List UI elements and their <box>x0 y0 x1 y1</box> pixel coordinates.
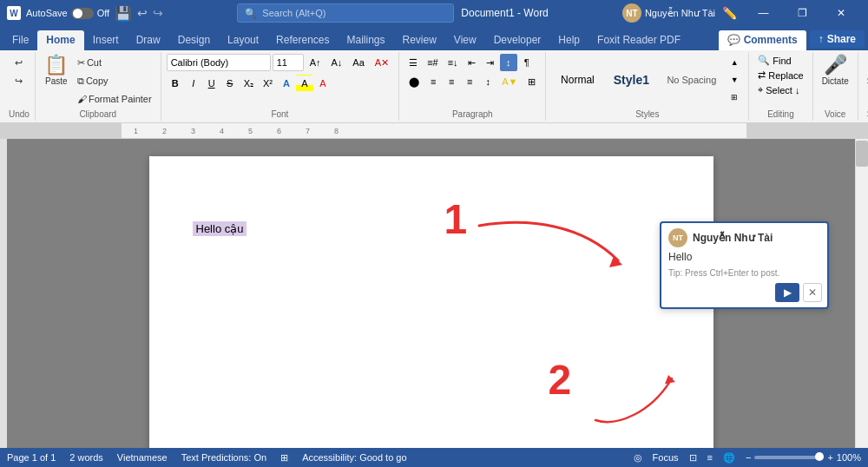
zoom-control: − + 100% <box>746 452 861 463</box>
cut-button[interactable]: ✂ Cut <box>74 54 155 71</box>
title-search-box[interactable]: 🔍 Search (Alt+Q) <box>237 3 454 23</box>
paste-button[interactable]: 📋 Paste <box>41 54 72 88</box>
underline-button[interactable]: U <box>203 75 220 92</box>
style-no-spacing[interactable]: No Spacing <box>659 70 724 89</box>
show-marks-button[interactable]: ¶ <box>518 54 536 71</box>
sort-button[interactable]: ↕ <box>500 54 517 71</box>
zoom-in-icon[interactable]: + <box>827 452 832 463</box>
comment-input-area <box>661 251 827 266</box>
decrease-indent-button[interactable]: ⇤ <box>464 54 481 71</box>
bold-button[interactable]: B <box>167 75 184 92</box>
copy-button[interactable]: ⧉ Copy <box>74 72 155 89</box>
change-case-button[interactable]: Aa <box>348 54 368 71</box>
ribbon-group-font: A↑ A↓ Aa A✕ B I U S X₂ X² A A A Font <box>161 52 400 121</box>
user-section: NT Nguyễn Như Tài <box>622 3 715 23</box>
clear-format-button[interactable]: A✕ <box>371 54 393 71</box>
pen-icon[interactable]: ✏️ <box>722 6 737 20</box>
tab-file[interactable]: File <box>3 30 37 50</box>
ruler-left-margin <box>0 123 122 138</box>
arrow-2-svg <box>575 356 713 443</box>
view-reader-icon[interactable]: ≡ <box>707 452 713 463</box>
comment-input[interactable] <box>668 251 820 263</box>
bullets-button[interactable]: ☰ <box>404 54 422 71</box>
font-color-button[interactable]: A <box>314 75 332 92</box>
styles-scroll-up[interactable]: ▲ <box>726 54 743 71</box>
redo-title-icon[interactable]: ↪ <box>153 6 163 20</box>
decrease-font-button[interactable]: A↓ <box>327 54 347 71</box>
styles-scroll-down[interactable]: ▼ <box>726 71 743 89</box>
document-page[interactable]: Hello cậu 1 2 <box>149 156 713 448</box>
strikethrough-button[interactable]: S <box>221 75 239 92</box>
scrollbar-thumb[interactable] <box>856 141 868 167</box>
superscript-button[interactable]: X² <box>259 75 277 92</box>
share-button[interactable]: ↑ Share <box>810 30 865 48</box>
language[interactable]: Vietnamese <box>117 452 168 463</box>
tab-developer[interactable]: Developer <box>485 30 550 50</box>
numbering-button[interactable]: ≡# <box>423 54 443 71</box>
format-painter-button[interactable]: 🖌 Format Painter <box>74 90 155 108</box>
find-button[interactable]: 🔍 Find <box>754 54 806 67</box>
tab-mailings[interactable]: Mailings <box>338 30 393 50</box>
undo-button[interactable]: ↩ <box>11 54 26 71</box>
borders-button[interactable]: ⊞ <box>523 73 540 90</box>
tab-foxit[interactable]: Foxit Reader PDF <box>589 30 689 50</box>
multilevel-list-button[interactable]: ≡↓ <box>444 54 463 71</box>
microphone-icon: 🎤 <box>824 56 847 75</box>
comment-close-button[interactable]: ✕ <box>803 283 822 302</box>
dictate-button[interactable]: 🎤 Dictate <box>819 54 852 88</box>
minimize-button[interactable]: — <box>744 0 783 26</box>
subscript-button[interactable]: X₂ <box>240 75 258 92</box>
zoom-out-icon[interactable]: − <box>746 452 751 463</box>
style-normal[interactable]: Normal <box>551 69 603 90</box>
sensitivity-button[interactable]: 🔒 Sensitivity <box>864 54 868 88</box>
zoom-slider[interactable] <box>754 456 824 459</box>
line-spacing-button[interactable]: ↕ <box>479 73 496 90</box>
tab-draw[interactable]: Draw <box>128 30 169 50</box>
align-left-button[interactable]: ⬤ <box>404 73 424 90</box>
ruler: 1 2 3 4 5 6 7 8 <box>0 123 868 139</box>
align-right-button[interactable]: ≡ <box>443 73 460 90</box>
view-web-icon[interactable]: 🌐 <box>723 452 735 464</box>
focus-label[interactable]: Focus <box>653 452 679 463</box>
tab-home[interactable]: Home <box>37 30 83 50</box>
document-area[interactable]: Hello cậu 1 2 <box>7 139 855 448</box>
text-highlight-button[interactable]: A <box>296 75 313 92</box>
text-effects-button[interactable]: A <box>278 75 295 92</box>
tab-layout[interactable]: Layout <box>219 30 267 50</box>
font-size-input[interactable] <box>273 54 304 71</box>
autosave-toggle[interactable] <box>71 8 94 19</box>
autosave-state: Off <box>97 8 109 18</box>
save-icon[interactable]: 💾 <box>115 5 132 22</box>
justify-button[interactable]: ≡ <box>461 73 478 90</box>
font-name-input[interactable] <box>167 54 271 71</box>
select-button[interactable]: ⌖ Select ↓ <box>754 83 806 96</box>
accessibility-status[interactable]: Accessibility: Good to go <box>302 452 406 463</box>
tab-design[interactable]: Design <box>169 30 219 50</box>
comments-button[interactable]: 💬 Comments <box>719 30 806 50</box>
replace-button[interactable]: ⇄ Replace <box>754 69 806 82</box>
tab-view[interactable]: View <box>445 30 485 50</box>
comment-send-button[interactable]: ▶ <box>775 283 799 302</box>
increase-font-button[interactable]: A↑ <box>306 54 326 71</box>
font-selector-row: A↑ A↓ Aa A✕ <box>167 54 394 71</box>
close-button[interactable]: ✕ <box>822 0 861 26</box>
tab-insert[interactable]: Insert <box>84 30 128 50</box>
undo-title-icon[interactable]: ↩ <box>137 6 148 20</box>
align-center-button[interactable]: ≡ <box>424 73 442 90</box>
redo-icon: ↪ <box>15 76 23 87</box>
tab-references[interactable]: References <box>267 30 338 50</box>
restore-button[interactable]: ❐ <box>783 0 822 26</box>
view-normal-icon[interactable]: ⊡ <box>689 452 697 464</box>
shading-button[interactable]: A▼ <box>497 73 522 90</box>
title-bar-left: W AutoSave Off 💾 ↩ ↪ <box>7 5 163 22</box>
italic-button[interactable]: I <box>185 75 202 92</box>
tab-help[interactable]: Help <box>549 30 589 50</box>
ribbon-group-sensitivity: 🔒 Sensitivity Sensitivity <box>858 52 868 121</box>
vertical-scrollbar[interactable] <box>855 139 868 448</box>
text-predictions[interactable]: Text Predictions: On <box>181 452 266 463</box>
redo-button[interactable]: ↪ <box>11 72 26 89</box>
style-style1[interactable]: Style1 <box>605 69 657 91</box>
styles-more[interactable]: ⊞ <box>726 89 743 106</box>
increase-indent-button[interactable]: ⇥ <box>482 54 499 71</box>
tab-review[interactable]: Review <box>394 30 445 50</box>
